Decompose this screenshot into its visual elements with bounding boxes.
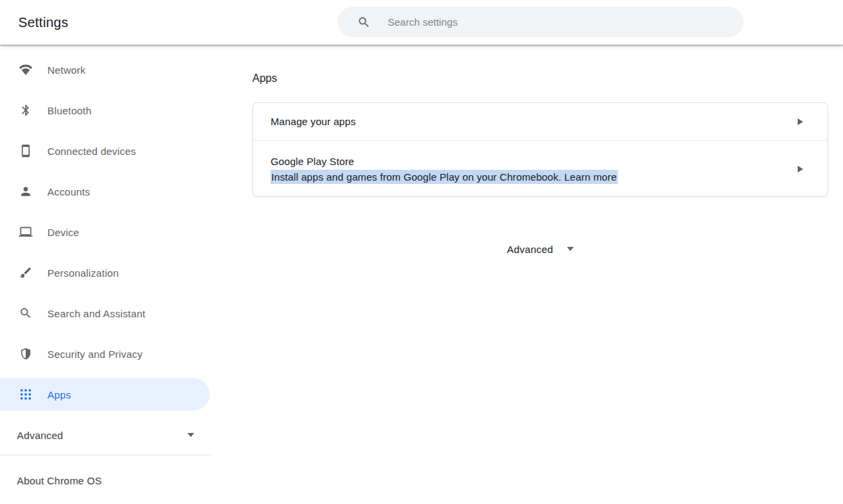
search-icon — [357, 16, 371, 29]
apps-settings-card: Manage your apps Google Play Store Insta… — [252, 102, 828, 197]
arrow-right-icon — [798, 166, 803, 173]
bluetooth-icon — [19, 104, 32, 117]
row-title: Manage your apps — [271, 116, 798, 127]
sidebar-item-accounts[interactable]: Accounts — [0, 175, 210, 208]
person-icon — [19, 185, 32, 198]
shield-icon — [19, 347, 32, 361]
apps-grid-icon — [19, 388, 32, 401]
row-subtitle: Install apps and games from Google Play … — [271, 171, 798, 183]
chevron-down-icon — [567, 247, 574, 251]
sidebar-item-label: Apps — [47, 389, 71, 400]
sidebar-item-search-assistant[interactable]: Search and Assistant — [0, 297, 210, 329]
main-content: Apps Manage your apps Google Play Store … — [252, 45, 828, 257]
sidebar-item-label: Search and Assistant — [47, 308, 145, 319]
sidebar-item-label: Bluetooth — [47, 105, 91, 116]
settings-page: Settings Network Bluetooth Connecte — [0, 0, 843, 504]
sidebar-item-personalization[interactable]: Personalization — [0, 256, 210, 289]
sidebar-item-apps[interactable]: Apps — [0, 378, 210, 411]
sidebar-item-device[interactable]: Device — [0, 216, 210, 248]
google-play-store-row[interactable]: Google Play Store Install apps and games… — [253, 141, 827, 197]
brush-icon — [19, 266, 32, 279]
arrow-right-icon — [798, 118, 803, 125]
sidebar-item-security-privacy[interactable]: Security and Privacy — [0, 338, 210, 370]
sidebar-item-label: Connected devices — [47, 145, 136, 157]
smartphone-icon — [19, 144, 32, 158]
sidebar-item-label: Personalization — [47, 267, 119, 279]
about-label: About Chrome OS — [17, 475, 102, 486]
sidebar-item-bluetooth[interactable]: Bluetooth — [0, 94, 210, 127]
advanced-expand-button[interactable]: Advanced — [252, 241, 828, 257]
sidebar-item-network[interactable]: Network — [0, 53, 210, 86]
search-icon — [19, 306, 32, 320]
sidebar-item-connected-devices[interactable]: Connected devices — [0, 135, 210, 167]
search-input[interactable] — [388, 16, 712, 28]
sidebar-nav: Network Bluetooth Connected devices Acco… — [0, 45, 212, 497]
manage-apps-row[interactable]: Manage your apps — [253, 103, 827, 140]
selected-text-highlight: Install apps and games from Google Play … — [271, 170, 618, 184]
sidebar-advanced-toggle[interactable]: Advanced — [0, 419, 212, 451]
wifi-icon — [19, 63, 32, 76]
sidebar-item-about-chrome-os[interactable]: About Chrome OS — [0, 464, 212, 497]
sidebar-item-label: Device — [47, 227, 79, 238]
laptop-icon — [19, 225, 32, 239]
page-title: Settings — [18, 0, 68, 45]
section-title: Apps — [252, 73, 828, 84]
chevron-down-icon — [187, 433, 194, 437]
toolbar: Settings — [0, 0, 843, 45]
advanced-label: Advanced — [17, 430, 63, 441]
search-field[interactable] — [338, 7, 744, 37]
row-title: Google Play Store — [271, 156, 798, 167]
sidebar-divider — [0, 455, 212, 455]
sidebar-item-label: Network — [47, 64, 85, 76]
advanced-label: Advanced — [507, 244, 553, 255]
sidebar-item-label: Security and Privacy — [47, 348, 143, 360]
sidebar-item-label: Accounts — [47, 186, 90, 198]
